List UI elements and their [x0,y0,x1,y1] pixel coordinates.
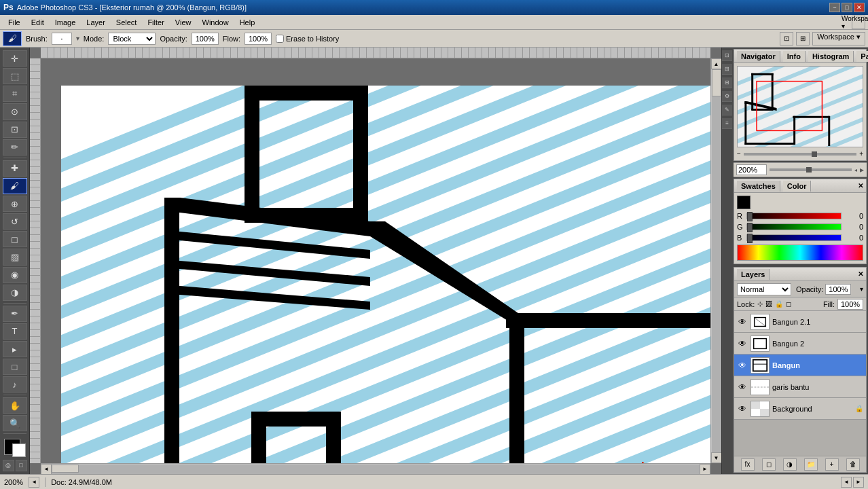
tool-zoom[interactable]: 🔍 [3,415,27,431]
strip-btn-3[interactable]: ⊟ [722,77,733,88]
b-thumb[interactable] [747,234,753,243]
tool-path-select[interactable]: ▸ [3,341,27,357]
tool-gradient[interactable]: ▨ [3,249,27,265]
layer-visibility-bangun21[interactable]: 👁 [737,316,748,327]
tool-brush[interactable]: 🖌 [3,178,27,194]
tool-dodge[interactable]: ◑ [3,285,27,301]
layer-visibility-bg[interactable]: 👁 [737,403,748,414]
layers-tab[interactable]: Layers [737,269,770,280]
statusbar-nav-left[interactable]: ◄ [29,477,39,488]
menu-image[interactable]: Image [50,17,82,28]
layer-visibility-garis[interactable]: 👁 [737,382,748,393]
strip-btn-5[interactable]: ✎ [722,105,733,115]
menu-view[interactable]: View [170,17,197,28]
nav-zoom-in[interactable]: + [859,150,863,158]
layer-new-btn[interactable]: + [825,458,839,471]
scroll-vertical-thumb[interactable] [712,69,721,96]
option-icon-2[interactable]: ⊞ [796,32,810,46]
color-tab[interactable]: Color [783,181,812,192]
tool-hand[interactable]: ✋ [3,397,27,414]
scroll-vertical-track[interactable] [712,69,721,452]
zoom-min-icon[interactable]: ◂ [854,167,857,173]
scroll-up-arrow[interactable]: ▲ [711,58,722,69]
scroll-left-arrow[interactable]: ◄ [41,464,52,475]
layer-item-background[interactable]: 👁 Background 🔒 [734,398,866,420]
tool-move[interactable]: ✛ [3,50,27,67]
tool-blur[interactable]: ◉ [3,267,27,283]
g-slider[interactable] [746,223,842,230]
zoom-max-icon[interactable]: ▸ [860,165,864,175]
erase-history-checkbox[interactable] [276,35,284,43]
strip-btn-2[interactable]: ⊞ [722,64,733,75]
scroll-horizontal-track[interactable] [52,465,700,474]
workspace-btn[interactable]: Workspace ▾ [812,32,865,46]
tool-lasso[interactable]: ⌗ [3,86,27,102]
r-thumb[interactable] [747,212,753,221]
layers-close[interactable]: ✕ [858,270,863,278]
tool-clone[interactable]: ⊕ [3,196,27,212]
tool-marquee[interactable]: ⬚ [3,68,27,84]
g-thumb[interactable] [747,223,753,232]
menu-help[interactable]: Help [234,17,261,28]
flow-input[interactable] [245,33,272,45]
tool-healing[interactable]: ✚ [3,160,27,177]
layer-delete-btn[interactable]: 🗑 [846,458,860,471]
menu-file[interactable]: File [3,17,26,28]
layer-group-btn[interactable]: 📁 [804,458,818,471]
tool-eyedropper[interactable]: ✏ [3,139,27,156]
tool-notes[interactable]: ♪ [3,376,27,393]
layer-item-bangun[interactable]: 👁 Bangun [734,355,866,376]
navigator-tab[interactable]: Navigator [737,51,780,62]
background-color[interactable] [12,443,26,457]
workspace-button[interactable]: Workspace ▾ [852,16,865,29]
lock-transparent-icon[interactable]: ◻ [786,300,791,308]
tool-quick-select[interactable]: ⊙ [3,103,27,120]
canvas-area[interactable]: www.bersama.org ▲ ▼ ◄ ► [30,48,721,474]
menu-window[interactable]: Window [197,17,234,28]
b-slider[interactable] [746,234,842,241]
opacity-input[interactable] [825,284,851,295]
statusbar-arrow-left[interactable]: ◄ [841,477,852,488]
zoom-slider[interactable] [770,168,852,171]
swatches-tab[interactable]: Swatches [737,181,780,192]
layers-menu-btn[interactable]: ▾ [860,285,863,293]
minimize-button[interactable]: − [829,3,840,12]
menu-layer[interactable]: Layer [81,17,111,28]
lock-pos-icon[interactable]: ⊹ [757,300,763,308]
blend-mode-select[interactable]: Normal [737,283,791,295]
tool-history[interactable]: ↺ [3,213,27,230]
menu-select[interactable]: Select [111,17,143,28]
lock-all-icon[interactable]: 🔒 [775,300,783,308]
strip-btn-6[interactable]: ≡ [722,118,733,129]
option-icon-1[interactable]: ⊡ [780,32,793,46]
zoom-thumb[interactable] [806,167,812,173]
layer-item-garis[interactable]: 👁 garis bantu [734,376,866,398]
zoom-input[interactable] [736,164,767,175]
tool-shape[interactable]: □ [3,359,27,375]
tool-pen[interactable]: ✒ [3,306,27,322]
color-spectrum[interactable] [737,244,863,261]
layer-mask-btn[interactable]: ◻ [762,458,776,471]
screen-mode-btn[interactable]: □ [16,460,27,471]
strip-btn-1[interactable]: ⊡ [722,50,733,61]
menu-edit[interactable]: Edit [26,17,50,28]
current-fg-swatch[interactable] [737,196,751,209]
layer-item-bangun2[interactable]: 👁 Bangun 2 [734,333,866,355]
color-swatches[interactable] [3,437,27,458]
fill-input[interactable] [837,299,863,310]
opacity-input[interactable] [192,33,219,45]
tool-eraser[interactable]: ◻ [3,231,27,247]
paths-tab[interactable]: Paths [856,51,868,62]
nav-zoom-slider[interactable] [744,153,856,156]
swatches-close[interactable]: ✕ [858,182,863,189]
layer-item-bangun21[interactable]: 👁 Bangun 2.1 [734,311,866,333]
layer-fx-btn[interactable]: fx [741,458,755,471]
quick-mask-btn[interactable]: ◎ [3,460,14,471]
layer-adjustment-btn[interactable]: ◑ [783,458,797,471]
maximize-button[interactable]: □ [842,3,852,12]
scroll-right-arrow[interactable]: ► [700,464,710,475]
info-tab[interactable]: Info [783,51,806,62]
scroll-down-arrow[interactable]: ▼ [711,452,722,463]
statusbar-arrow-right[interactable]: ► [853,477,864,488]
lock-image-icon[interactable]: 🖼 [765,300,772,308]
